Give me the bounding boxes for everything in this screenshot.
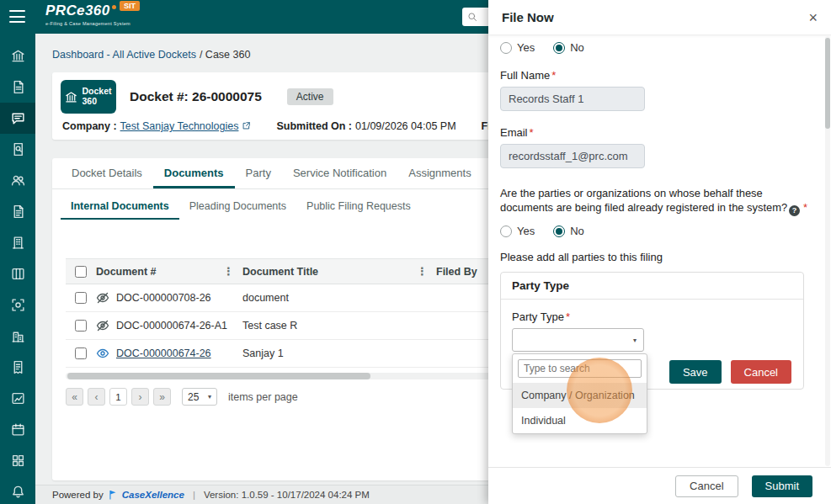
logo-text: PRCe360	[45, 3, 110, 19]
radio-label: Yes	[517, 41, 535, 54]
cancel-button[interactable]: Cancel	[731, 360, 791, 384]
app-logo[interactable]: PRCe360 e-Filing & Case Management Syste…	[45, 3, 131, 26]
tab-docket-details[interactable]: Docket Details	[61, 158, 153, 188]
sidebar-item-reports[interactable]	[0, 383, 35, 414]
sidebar-item-tasks[interactable]	[0, 258, 35, 289]
menu-icon[interactable]	[9, 10, 25, 23]
sidebar-item-calendar[interactable]	[0, 414, 35, 445]
radio-selected-icon[interactable]	[553, 42, 565, 54]
document-number-link[interactable]: DOC-000000674-26	[116, 347, 211, 359]
breadcrumb-link[interactable]: Dashboard - All Active Dockets	[52, 49, 196, 61]
select-all-checkbox[interactable]	[75, 266, 87, 278]
radio-no[interactable]: No	[553, 41, 584, 54]
version-text: Version: 1.0.59 - 10/17/2024 04:24 PM	[204, 490, 370, 500]
page-size-select[interactable]: 25 ▾	[182, 388, 217, 406]
buildings-icon	[11, 329, 25, 343]
sidebar-item-filings[interactable]	[0, 196, 35, 227]
casexellence-brand[interactable]: CaseXellence	[122, 490, 184, 500]
radio-no[interactable]: No	[553, 225, 584, 237]
sidebar-item-case-search[interactable]	[0, 134, 35, 165]
party-type-select[interactable]: ▾	[512, 328, 644, 352]
subtab-pleading-documents[interactable]: Pleading Documents	[179, 193, 296, 220]
next-page-button[interactable]: ›	[131, 388, 149, 406]
previous-page-button[interactable]: ‹	[88, 388, 105, 406]
submit-button[interactable]: Submit	[752, 475, 812, 497]
building-icon	[11, 236, 25, 250]
document-title: Test case R	[242, 320, 297, 332]
external-link-icon[interactable]	[242, 121, 251, 130]
submitted-field: Submitted On :01/09/2026 04:05 PM	[276, 120, 455, 132]
dropdown-option-company-organization[interactable]: Company / Organization	[513, 383, 647, 408]
document-number: DOC-000000708-26	[116, 292, 211, 304]
column-document-number: Document #	[96, 266, 157, 278]
tab-documents[interactable]: Documents	[153, 158, 235, 188]
subtab-internal-documents[interactable]: Internal Documents	[61, 193, 179, 220]
row-checkbox[interactable]	[75, 347, 87, 359]
sidebar-item-organization[interactable]	[0, 227, 35, 258]
sidebar-item-apps[interactable]	[0, 445, 35, 476]
radio-selected-icon[interactable]	[553, 225, 565, 237]
sidebar-item-invoices[interactable]	[0, 352, 35, 383]
tab-party[interactable]: Party	[235, 158, 282, 188]
subtab-public-filing-requests[interactable]: Public Filing Requests	[296, 193, 421, 220]
sidebar-item-dockets[interactable]	[0, 72, 35, 103]
chevron-down-icon: ▾	[208, 393, 211, 401]
company-link[interactable]: Test Sanjay Technologies	[120, 120, 239, 132]
logo-tagline: e-Filing & Case Management System	[45, 21, 131, 26]
required-marker: *	[530, 126, 534, 139]
search-icon	[467, 12, 477, 22]
column-menu-icon[interactable]: ⋮	[223, 266, 234, 277]
column-filed-by: Filed By	[436, 266, 477, 278]
sidebar-item-dashboard[interactable]	[0, 40, 35, 72]
panel-body: Yes No Full Name* Email* Are the parties…	[488, 35, 831, 467]
panel-scrollbar[interactable]	[825, 36, 830, 466]
tab-assignments[interactable]: Assignments	[397, 158, 482, 188]
document-icon	[11, 80, 25, 94]
breadcrumb-current: / Case 360	[200, 49, 250, 61]
document-search-icon	[11, 142, 25, 157]
app-window: PRCe360 e-Filing & Case Management Syste…	[0, 0, 831, 504]
row-checkbox[interactable]	[75, 320, 87, 332]
tab-service-notification[interactable]: Service Notification	[282, 158, 397, 188]
radio-icon[interactable]	[500, 42, 512, 54]
calendar-icon	[11, 422, 25, 437]
row-checkbox[interactable]	[75, 292, 87, 304]
sidebar-item-conversations[interactable]	[0, 103, 35, 134]
save-button[interactable]: Save	[669, 360, 722, 384]
scrollbar-thumb[interactable]	[825, 38, 830, 129]
sidebar-item-parties[interactable]	[0, 165, 35, 196]
dropdown-search-input[interactable]	[518, 359, 642, 378]
document-number: DOC-000000674-26-A1	[116, 320, 227, 332]
required-marker: *	[566, 310, 570, 323]
registered-question-text: Are the parties or organizations on whos…	[500, 187, 817, 216]
column-menu-icon[interactable]: ⋮	[417, 266, 428, 277]
document-title: document	[242, 292, 289, 304]
help-icon[interactable]: ?	[789, 205, 800, 216]
first-page-button[interactable]: «	[66, 388, 83, 406]
email-field[interactable]	[500, 144, 645, 168]
close-icon[interactable]: ×	[808, 10, 818, 25]
radio-yes[interactable]: Yes	[500, 225, 535, 237]
radio-icon[interactable]	[500, 225, 512, 237]
current-page-button[interactable]: 1	[109, 388, 127, 406]
sidebar-item-scan[interactable]	[0, 289, 35, 321]
eye-off-icon	[96, 291, 109, 305]
document-title: Sanjay 1	[242, 347, 284, 359]
scrollbar-thumb[interactable]	[67, 373, 370, 379]
dropdown-option-individual[interactable]: Individual	[513, 408, 647, 433]
docket-number-value: 26-0000075	[192, 89, 262, 103]
bell-icon	[11, 485, 25, 499]
cancel-button[interactable]: Cancel	[675, 475, 738, 497]
radio-label: No	[570, 225, 584, 237]
party-type-dropdown: Company / Organization Individual	[512, 353, 647, 434]
registered-radio-group: Yes No	[500, 225, 819, 237]
full-name-field[interactable]	[500, 87, 645, 111]
submitted-value: 01/09/2026 04:05 PM	[355, 120, 456, 132]
radio-label: Yes	[517, 225, 535, 237]
sidebar-item-company[interactable]	[0, 321, 35, 352]
radio-yes[interactable]: Yes	[500, 41, 535, 54]
last-page-button[interactable]: »	[153, 388, 171, 406]
eye-icon	[96, 347, 109, 360]
sidebar-item-notifications[interactable]	[0, 476, 35, 504]
required-marker: *	[803, 201, 807, 214]
